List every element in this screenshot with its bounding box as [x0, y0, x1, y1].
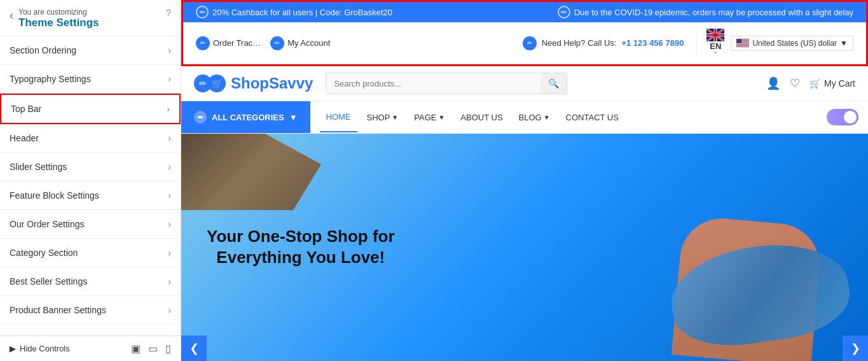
sidebar-main-title: Theme Settings: [18, 17, 166, 29]
sidebar-item-label: Slider Settings: [10, 162, 67, 172]
sidebar-item-label: Feature Block Settings: [10, 190, 99, 201]
announce-right: ✏ Due to the COVID-19 epidemic, orders m…: [558, 6, 853, 18]
order-tracking-icon: ✏: [196, 36, 210, 50]
phone-number[interactable]: +1 123 456 7890: [621, 38, 684, 48]
search-input[interactable]: [326, 74, 541, 94]
svg-rect-14: [736, 45, 749, 45]
dark-mode-toggle[interactable]: [827, 109, 858, 125]
sidebar-item-slider-settings[interactable]: Slider Settings ›: [0, 153, 181, 181]
phone-icon: ✏: [523, 36, 537, 50]
announcement-bar: ✏ 20% Cashback for all users | Code: Gro…: [183, 2, 866, 22]
nav-link-blog[interactable]: BLOG ▼: [513, 103, 556, 132]
announce-right-text: Due to the COVID-19 epidemic, orders may…: [574, 8, 853, 17]
help-text: Need Help? Call Us:: [542, 38, 617, 48]
wishlist-icon[interactable]: ♡: [790, 76, 800, 90]
sidebar-subtitle: You are customizing: [18, 8, 166, 17]
mobile-icon[interactable]: ▯: [165, 343, 171, 355]
topbar-section: ✏ 20% Cashback for all users | Code: Gro…: [181, 0, 868, 66]
slider-next-button[interactable]: ❯: [843, 336, 868, 361]
chevron-right-icon: ›: [167, 104, 170, 114]
all-categories-button[interactable]: ✏ ALL CATEGORIES ▼: [181, 101, 310, 133]
svg-rect-16: [736, 39, 741, 43]
logo-icon-group: ✏ 🛒: [194, 74, 226, 92]
chevron-right-icon: ›: [168, 248, 171, 258]
sidebar-item-label: Typography Settings: [10, 74, 91, 84]
top-nav-bar: ✏ Order Trac… ✏ My Account ✏ Need Help? …: [183, 22, 866, 64]
my-account-link[interactable]: ✏ My Account: [270, 36, 330, 50]
chevron-right-icon: ›: [168, 276, 171, 287]
sidebar-item-top-bar[interactable]: Top Bar ›: [0, 94, 181, 124]
sidebar-item-label: Category Section: [10, 248, 78, 258]
order-tracking-link[interactable]: ✏ Order Trac…: [196, 36, 261, 50]
chevron-right-icon: ›: [168, 190, 171, 201]
chevron-down-icon: ▼: [392, 114, 398, 121]
lang-code: EN: [706, 41, 724, 51]
chevron-down-icon: ▼: [544, 114, 550, 121]
sidebar-item-label: Header: [10, 133, 39, 143]
eye-icon: ▶: [10, 344, 16, 353]
my-account-icon: ✏: [270, 36, 284, 50]
back-button[interactable]: ‹: [10, 9, 13, 22]
sidebar-title-block: You are customizing Theme Settings: [18, 8, 166, 29]
nav-link-label: BLOG: [519, 113, 542, 122]
help-icon[interactable]: ?: [166, 8, 171, 18]
sidebar-item-label: Section Ordering: [10, 45, 76, 55]
hide-controls-label: Hide Controls: [20, 344, 70, 353]
nav-link-about-us[interactable]: ABOUT US: [454, 103, 509, 132]
sidebar-item-header[interactable]: Header ›: [0, 124, 181, 153]
device-icons: ▣ ▭ ▯: [131, 343, 171, 355]
announce-right-icon: ✏: [558, 6, 570, 18]
chevron-down-icon: ▼: [438, 114, 444, 121]
chevron-right-icon: ›: [168, 45, 171, 55]
sidebar-item-typography-settings[interactable]: Typography Settings ›: [0, 65, 181, 94]
user-icon[interactable]: 👤: [766, 76, 780, 90]
sidebar-item-section-ordering[interactable]: Section Ordering ›: [0, 36, 181, 65]
categories-icon: ✏: [194, 111, 207, 124]
sidebar-item-product-banner-settings[interactable]: Product Banner Settings ›: [0, 296, 181, 325]
chevron-right-icon: ›: [168, 305, 171, 315]
sidebar-item-our-order-settings[interactable]: Our Order Settings ›: [0, 210, 181, 239]
top-nav-center: ✏ Need Help? Call Us: +1 123 456 7890: [523, 36, 684, 50]
logo-cart-icon: 🛒: [208, 74, 226, 92]
language-selector[interactable]: EN ⌃: [706, 29, 724, 57]
sidebar: ‹ You are customizing Theme Settings ? S…: [0, 0, 181, 361]
nav-link-label: SHOP: [367, 113, 390, 122]
hide-controls-button[interactable]: ▶ Hide Controls: [10, 344, 70, 353]
sidebar-footer: ▶ Hide Controls ▣ ▭ ▯: [0, 336, 181, 361]
sidebar-item-feature-block-settings[interactable]: Feature Block Settings ›: [0, 181, 181, 210]
announce-left: ✏ 20% Cashback for all users | Code: Gro…: [196, 6, 392, 18]
currency-selector[interactable]: United States (US) dollar ▼: [731, 36, 853, 51]
chevron-right-icon: ›: [168, 133, 171, 143]
sidebar-item-label: Top Bar: [11, 104, 41, 114]
nav-link-label: ABOUT US: [460, 113, 502, 122]
sidebar-item-label: Best Seller Settings: [10, 276, 87, 287]
cart-button[interactable]: 🛒 My Cart: [809, 78, 855, 88]
cart-label: My Cart: [824, 78, 855, 88]
svg-rect-13: [736, 43, 749, 44]
slider-prev-button[interactable]: ❮: [181, 336, 207, 361]
nav-link-shop[interactable]: SHOP ▼: [361, 103, 405, 132]
desktop-icon[interactable]: ▣: [131, 343, 141, 355]
store-name: ShopSavvy: [231, 74, 313, 92]
sidebar-item-label: Product Banner Settings: [10, 305, 106, 315]
top-nav-left: ✏ Order Trac… ✏ My Account: [196, 36, 510, 50]
store-navigation: ✏ ALL CATEGORIES ▼ HOME SHOP ▼ PAGE ▼ AB…: [181, 101, 868, 134]
nav-link-label: PAGE: [414, 113, 436, 122]
sidebar-item-category-section[interactable]: Category Section ›: [0, 239, 181, 267]
nav-link-home[interactable]: HOME: [320, 103, 357, 132]
tablet-icon[interactable]: ▭: [148, 343, 158, 355]
search-button[interactable]: 🔍: [541, 73, 567, 94]
sidebar-menu: Section Ordering › Typography Settings ›…: [0, 36, 181, 336]
sidebar-item-best-seller-settings[interactable]: Best Seller Settings ›: [0, 267, 181, 296]
nav-link-contact-us[interactable]: CONTACT US: [560, 103, 625, 132]
preview-area: ✏ 20% Cashback for all users | Code: Gro…: [181, 0, 868, 361]
svg-rect-15: [736, 46, 749, 46]
us-flag-icon: [736, 39, 749, 47]
hero-title: Your One-Stop Shop for Everything You Lo…: [207, 226, 395, 269]
chevron-right-icon: ›: [168, 74, 171, 84]
nav-link-page[interactable]: PAGE ▼: [408, 103, 451, 132]
order-tracking-label: Order Trac…: [213, 38, 261, 48]
hero-section: Your One-Stop Shop for Everything You Lo…: [181, 134, 868, 361]
categories-chevron-icon: ▼: [289, 113, 298, 122]
hero-rock-decoration: [181, 134, 321, 210]
